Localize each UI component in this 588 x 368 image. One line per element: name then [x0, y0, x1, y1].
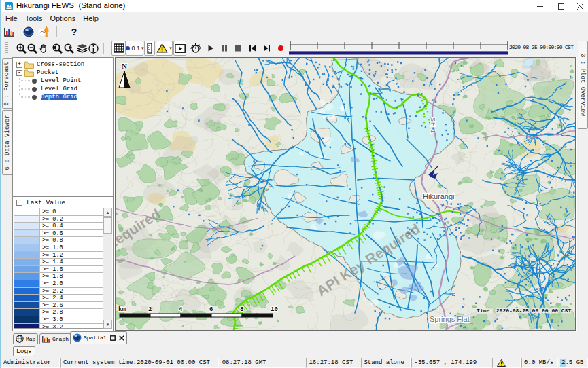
- menu-file[interactable]: File: [1, 12, 21, 24]
- import-export-button[interactable]: [39, 25, 51, 39]
- skip-back-button[interactable]: [247, 41, 257, 56]
- tree-item-pocket[interactable]: Pocket: [37, 69, 58, 76]
- status-cell-1: Current system time:2020-09-01 00:00 CST: [60, 358, 219, 368]
- zoom-in-button[interactable]: [16, 41, 27, 56]
- legend-row-label: >= 1.4: [40, 259, 63, 265]
- last-value-checkbox[interactable]: [16, 200, 22, 206]
- close-button[interactable]: [570, 0, 588, 12]
- database-button[interactable]: [3, 25, 16, 39]
- legend-swatch: [14, 309, 40, 316]
- legend-swatch: [14, 273, 40, 280]
- timeline-slider[interactable]: [289, 41, 509, 56]
- menu-help[interactable]: Help: [80, 12, 103, 24]
- pause-icon: [221, 45, 228, 52]
- left-tab-data-viewer[interactable]: 6 : Data Viewer: [2, 110, 12, 175]
- movie-button[interactable]: [173, 41, 186, 56]
- layers-button[interactable]: [77, 41, 88, 56]
- pause-button[interactable]: [220, 41, 228, 56]
- legend-row[interactable]: >= 2.0: [14, 280, 111, 288]
- legend-row[interactable]: >= 1.4: [14, 259, 111, 266]
- legend-row-label: >= 2.4: [40, 295, 63, 301]
- tab-maximize-icon[interactable]: [110, 335, 116, 341]
- tree-item-depth-grid[interactable]: Depth Grid: [41, 94, 77, 100]
- zoom-out-icon: [27, 43, 37, 54]
- logs-row: Logs: [1, 346, 588, 358]
- legend-row[interactable]: >= 0: [14, 208, 111, 216]
- scroll-down-icon[interactable]: ▼: [103, 320, 112, 329]
- import-export-icon: [39, 26, 51, 37]
- legend-row[interactable]: >= 0.6: [14, 230, 111, 238]
- info-icon: [88, 43, 99, 54]
- legend-row[interactable]: >= 1.8: [14, 273, 111, 280]
- tree-item-level-point[interactable]: Level Point: [41, 77, 81, 84]
- stop-button[interactable]: [234, 41, 241, 56]
- toolbar-grip[interactable]: [1, 39, 12, 57]
- legend-row[interactable]: >= 2.2: [14, 288, 111, 295]
- legend-swatch: [14, 208, 40, 215]
- legend-row[interactable]: >= 3.0: [14, 316, 111, 324]
- tree-expander-icon[interactable]: -: [16, 70, 22, 76]
- legend-swatch: [14, 316, 40, 323]
- right-tab-plot-overview[interactable]: 3 : Plot Overview: [578, 41, 588, 129]
- legend-row-label: >= 1.2: [40, 252, 63, 259]
- interval-icon: [125, 45, 131, 51]
- ruler-button[interactable]: [144, 41, 155, 56]
- warning-button[interactable]: ▾: [156, 41, 173, 56]
- legend-row[interactable]: >= 0.8: [14, 237, 111, 244]
- interval-button[interactable]: 0.1▾: [126, 41, 143, 56]
- scroll-thumb[interactable]: [103, 217, 112, 234]
- bottom-tab-bar: MapGraphSpatial: [1, 331, 577, 346]
- tree-item-level-grid[interactable]: Level Grid: [41, 86, 77, 92]
- legend-row[interactable]: >= 3.2: [14, 324, 111, 329]
- tab-close-icon[interactable]: [119, 335, 124, 341]
- legend-row[interactable]: >= 2.6: [14, 302, 111, 310]
- legend-row[interactable]: >= 2.8: [14, 309, 111, 316]
- pan-button[interactable]: [38, 41, 49, 56]
- left-tab-forecast[interactable]: 5 : Forecast: [2, 58, 12, 109]
- timer-button[interactable]: [190, 41, 201, 56]
- tab-graph[interactable]: Graph: [39, 333, 71, 344]
- legend-row-label: >= 2.2: [40, 288, 63, 295]
- legend-row[interactable]: >= 0.2: [14, 216, 111, 223]
- play-button[interactable]: [206, 41, 215, 56]
- legend-list: >= 0 >= 0.2 >= 0.4 >= 0.6 >= 0.8 >= 1.0 …: [14, 208, 112, 329]
- menu-tools[interactable]: Tools: [21, 12, 46, 24]
- legend-row[interactable]: >= 1.0: [14, 244, 111, 252]
- map-display-button[interactable]: [22, 25, 35, 39]
- legend-row[interactable]: >= 2.4: [14, 295, 111, 302]
- status-cell-8: 2.5 GB: [559, 358, 588, 368]
- tree-item-cross-section[interactable]: Cross-section: [37, 61, 84, 68]
- scroll-up-icon[interactable]: ▲: [103, 208, 112, 217]
- maximize-button[interactable]: [551, 0, 571, 12]
- map-viewport[interactable]: API Key RequiredAPI Key RequiredAPI Key …: [115, 57, 576, 331]
- legend-swatch: [14, 252, 40, 259]
- svg-text:km: km: [118, 306, 126, 313]
- legend-swatch: [14, 223, 40, 229]
- zoom-next-button[interactable]: [63, 41, 75, 56]
- legend-row[interactable]: >= 0.4: [14, 223, 111, 230]
- record-button[interactable]: [276, 41, 285, 56]
- legend-row[interactable]: >= 1.2: [14, 252, 111, 259]
- legend-row[interactable]: >= 1.6: [14, 266, 111, 274]
- legend-swatch: [14, 288, 40, 295]
- legend-row-label: >= 0: [40, 208, 56, 215]
- zoom-out-button[interactable]: [27, 41, 37, 56]
- minimize-button[interactable]: [530, 0, 551, 12]
- legend-scrollbar[interactable]: ▲ ▼: [103, 208, 112, 329]
- title-bar[interactable]: Hikurangi FEWS (Stand alone): [1, 0, 588, 12]
- status-cell-0: Administrator: [1, 358, 60, 368]
- wire-globe-icon: [16, 335, 24, 343]
- tree-row: Depth Grid: [16, 93, 77, 101]
- status-text: -35.657 , 174.199: [414, 359, 477, 366]
- tree-expander-icon[interactable]: +: [16, 62, 22, 68]
- grid-button[interactable]: [111, 41, 126, 56]
- tab-map[interactable]: Map: [13, 333, 38, 344]
- skip-forward-button[interactable]: [262, 41, 271, 56]
- menu-options[interactable]: Options: [46, 12, 80, 24]
- scale-tick-label: 10: [271, 306, 278, 313]
- help-button[interactable]: ?: [68, 25, 80, 39]
- info-button[interactable]: [88, 41, 99, 56]
- zoom-previous-button[interactable]: [50, 41, 63, 56]
- tab-spatial[interactable]: Spatial: [70, 331, 127, 344]
- logs-button[interactable]: Logs: [13, 346, 35, 356]
